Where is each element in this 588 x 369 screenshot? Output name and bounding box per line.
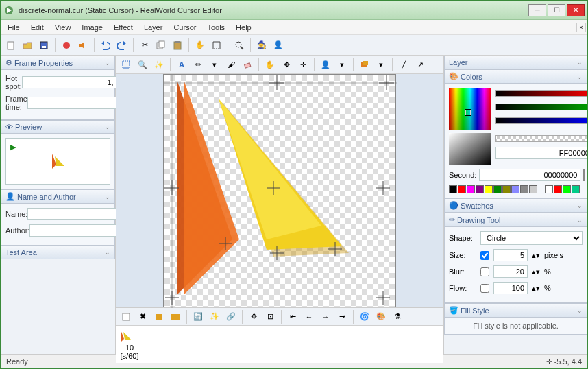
spinner-icon[interactable]: ▴▾ xyxy=(532,251,540,260)
menu-tools[interactable]: Tools xyxy=(201,22,230,33)
size-checkbox[interactable] xyxy=(480,251,489,260)
filter3-icon[interactable]: ⚗ xyxy=(390,309,405,324)
g-slider[interactable] xyxy=(495,104,587,110)
goto-end-icon[interactable]: ⇥ xyxy=(334,309,350,324)
zoom-icon[interactable] xyxy=(232,38,247,53)
palette-color[interactable] xyxy=(554,185,562,193)
user-icon[interactable]: 👤 xyxy=(271,38,286,53)
next-frame-icon[interactable]: → xyxy=(318,309,333,324)
menubar-close-icon[interactable]: × xyxy=(576,23,586,32)
save-icon[interactable] xyxy=(36,38,51,53)
menu-file[interactable]: File xyxy=(2,22,25,33)
line-icon[interactable]: ╱ xyxy=(396,57,411,72)
palette-color[interactable] xyxy=(545,185,553,193)
gradient-picker[interactable] xyxy=(449,133,491,165)
secondary-swatch[interactable] xyxy=(583,169,585,181)
filter2-icon[interactable]: 🎨 xyxy=(373,309,389,324)
zoomtool-icon[interactable]: 🔍 xyxy=(135,57,150,72)
filter1-icon[interactable]: 🌀 xyxy=(357,309,372,324)
test-area-header[interactable]: Test Area⌄ xyxy=(1,246,115,259)
dropdown-icon[interactable]: ▾ xyxy=(207,57,222,72)
select-icon[interactable] xyxy=(209,38,224,53)
frame-delete-icon[interactable]: ✖ xyxy=(135,309,150,324)
hotspot-input[interactable] xyxy=(22,76,123,88)
hex-input[interactable] xyxy=(495,147,587,159)
redo-icon[interactable] xyxy=(114,38,130,53)
name-input[interactable] xyxy=(27,208,129,220)
wand-icon[interactable]: ✨ xyxy=(151,57,167,72)
palette-color[interactable] xyxy=(458,185,466,193)
copy-icon[interactable] xyxy=(154,38,169,53)
hand2-icon[interactable]: ✋ xyxy=(262,57,278,72)
frame-new-icon[interactable] xyxy=(119,309,134,324)
palette-color[interactable] xyxy=(485,185,493,193)
dropdown2-icon[interactable]: ▾ xyxy=(334,57,350,72)
new-icon[interactable] xyxy=(3,38,19,53)
drawing-tool-header[interactable]: ✏ Drawing Tool⌄ xyxy=(444,213,587,227)
frame-properties-header[interactable]: ⚙ Frame Properties⌄ xyxy=(1,56,115,70)
frame-effect-icon[interactable]: ✨ xyxy=(207,309,222,324)
layer-header[interactable]: Layer⌄ xyxy=(444,56,587,69)
palette-color[interactable] xyxy=(493,185,502,193)
frametime-input[interactable] xyxy=(27,97,129,109)
goto-start-icon[interactable]: ⇤ xyxy=(285,309,300,324)
palette-color[interactable] xyxy=(572,185,580,193)
layers-icon[interactable] xyxy=(357,57,372,72)
menu-edit[interactable]: Edit xyxy=(25,22,49,33)
b-slider[interactable] xyxy=(495,117,587,124)
second-hex-input[interactable] xyxy=(479,169,580,181)
record-icon[interactable] xyxy=(59,38,74,53)
dropdown3-icon[interactable]: ▾ xyxy=(373,57,389,72)
fill-style-header[interactable]: 🪣 Fill Style⌄ xyxy=(444,303,587,318)
hue-picker[interactable] xyxy=(449,88,491,130)
close-button[interactable]: ✕ xyxy=(567,4,585,16)
r-slider[interactable] xyxy=(495,90,587,97)
spinner-icon[interactable]: ▴▾ xyxy=(532,267,540,276)
menu-layer[interactable]: Layer xyxy=(138,22,169,33)
menu-effect[interactable]: Effect xyxy=(108,22,138,33)
crosshair-icon[interactable]: ✛ xyxy=(295,57,310,72)
wizard-icon[interactable]: 🧙 xyxy=(254,38,269,53)
move-icon[interactable]: ✥ xyxy=(279,57,294,72)
flow-input[interactable] xyxy=(493,282,528,294)
menu-image[interactable]: Image xyxy=(76,22,108,33)
menu-cursor[interactable]: Cursor xyxy=(168,22,201,33)
play-icon[interactable]: ▶ xyxy=(10,143,16,152)
size-input[interactable] xyxy=(493,249,528,261)
brush-icon[interactable]: 🖌 xyxy=(223,57,238,72)
prev-frame-icon[interactable]: ← xyxy=(302,309,317,324)
person2-icon[interactable]: 👤 xyxy=(318,57,333,72)
palette-color[interactable] xyxy=(502,185,511,193)
name-author-header[interactable]: 👤 Name and Author⌄ xyxy=(1,189,115,204)
frame-cycle-icon[interactable]: 🔄 xyxy=(191,309,206,324)
shape-select[interactable]: Circle xyxy=(480,231,583,245)
maximize-button[interactable]: ☐ xyxy=(548,4,565,16)
colors-header[interactable]: 🎨 Colors⌄ xyxy=(444,69,587,84)
paste-icon[interactable] xyxy=(170,38,185,53)
cut-icon[interactable]: ✂ xyxy=(137,38,152,53)
editor-canvas[interactable] xyxy=(163,74,396,307)
arrow-icon[interactable]: ↗ xyxy=(413,57,428,72)
frame-link-icon[interactable]: 🔗 xyxy=(223,309,238,324)
eraser-icon[interactable] xyxy=(240,57,255,72)
blur-input[interactable] xyxy=(493,265,528,278)
pencil-icon[interactable]: ✏ xyxy=(191,57,206,72)
hand-icon[interactable]: ✋ xyxy=(193,38,208,53)
flow-checkbox[interactable] xyxy=(480,284,489,293)
swatches-header[interactable]: 🔵 Swatches⌄ xyxy=(444,198,587,213)
palette-color[interactable] xyxy=(476,185,484,193)
palette-color[interactable] xyxy=(529,185,537,193)
frame-thumb[interactable]: 10 [s/60] xyxy=(119,329,140,360)
open-icon[interactable] xyxy=(20,38,35,53)
frame-dup2-icon[interactable] xyxy=(168,309,183,324)
palette-color[interactable] xyxy=(467,185,475,193)
sound-icon[interactable] xyxy=(75,38,90,53)
menu-view[interactable]: View xyxy=(49,22,77,33)
text-icon[interactable]: A xyxy=(174,57,189,72)
palette-color[interactable] xyxy=(449,185,457,193)
center-icon[interactable]: ⊡ xyxy=(262,309,278,324)
a-slider[interactable] xyxy=(495,135,587,142)
move-icon[interactable]: ✥ xyxy=(246,309,261,324)
undo-icon[interactable] xyxy=(98,38,113,53)
blur-checkbox[interactable] xyxy=(480,267,489,276)
